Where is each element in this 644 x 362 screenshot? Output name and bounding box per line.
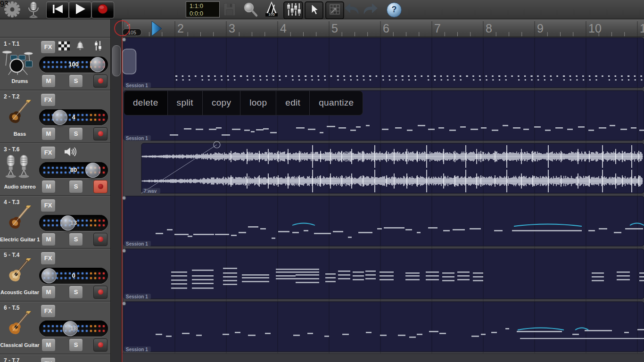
track-solo-button[interactable]: S (69, 338, 83, 352)
track-fx-button[interactable]: FX (41, 304, 56, 318)
instrument-image-bass[interactable] (1, 100, 36, 131)
drum-hit (292, 75, 293, 77)
row-handle-dot[interactable] (122, 302, 126, 305)
track-record-arm-button[interactable] (93, 74, 107, 88)
record-button[interactable] (91, 1, 114, 18)
instrument-image-aguitar[interactable] (1, 258, 36, 289)
context-menu-item-quantize[interactable]: quantize (309, 91, 363, 115)
undo-icon[interactable] (344, 3, 360, 18)
track-solo-button[interactable]: S (69, 286, 83, 299)
track-volume-slider[interactable]: 0 (39, 268, 108, 284)
row-handle-dot[interactable] (122, 196, 126, 200)
clip-resize-handle[interactable] (123, 49, 136, 74)
clip-audio[interactable] (141, 143, 644, 193)
slider-dot (43, 224, 45, 226)
stepseq-icon[interactable] (58, 41, 70, 52)
row-handle-dot[interactable] (122, 38, 126, 41)
skip-to-start-button[interactable] (46, 1, 69, 18)
midi-note (366, 332, 372, 333)
track-volume-slider[interactable]: 100 (39, 57, 108, 73)
context-menu-item-edit[interactable]: edit (276, 91, 309, 115)
midi-note (505, 328, 509, 329)
track-mute-button[interactable]: M (41, 74, 56, 88)
metronome-icon[interactable] (262, 1, 281, 20)
scrollbar-thumb[interactable] (112, 45, 121, 76)
track-solo-button[interactable]: S (69, 74, 83, 88)
track-fx-button[interactable]: FX (41, 41, 56, 54)
slider-dot (73, 119, 75, 121)
redo-icon[interactable] (362, 3, 378, 18)
slider-knob[interactable] (41, 268, 57, 283)
slider-dot (69, 277, 71, 279)
midi-note (492, 130, 498, 131)
clip-notes[interactable] (124, 302, 644, 352)
track-volume-slider[interactable]: 4 (39, 109, 108, 125)
track-mute-button[interactable]: M (41, 286, 56, 299)
instrument-image-cguitar[interactable] (1, 311, 36, 342)
drum-hit (273, 79, 274, 81)
chord-note (639, 272, 644, 274)
track-fx-button[interactable]: FX (41, 93, 56, 107)
track-solo-button[interactable]: S (69, 233, 83, 246)
track-mute-button[interactable]: M (41, 338, 56, 352)
slider-dot (48, 119, 50, 121)
help-button[interactable]: ? (387, 2, 402, 17)
track-fx-button[interactable]: FX (41, 252, 56, 265)
slider-knob[interactable] (52, 110, 67, 125)
instrument-image-eguitar[interactable] (1, 206, 36, 237)
controls-icon[interactable] (93, 40, 103, 53)
drum-hit (441, 79, 442, 81)
time-display-clock: 0:0:0 (190, 10, 219, 17)
track-fx-button[interactable]: FX (41, 357, 56, 362)
track-fx-button[interactable]: FX (41, 199, 56, 212)
bell-icon[interactable] (74, 41, 86, 53)
context-menu-item-split[interactable]: split (167, 91, 202, 115)
track-mute-button[interactable]: M (41, 233, 56, 246)
slider-dot (56, 325, 58, 327)
slider-dot (69, 66, 71, 68)
slider-dot (60, 330, 62, 332)
midi-note (460, 126, 466, 128)
clip-notes[interactable] (124, 196, 644, 246)
track-solo-button[interactable]: S (69, 180, 83, 193)
track-volume-slider[interactable]: 80 (39, 162, 108, 178)
row-handle-dot[interactable] (122, 249, 126, 253)
slider-knob[interactable] (60, 215, 75, 230)
track-volume-slider[interactable]: 13 (39, 215, 108, 231)
track-volume-slider[interactable]: 18 (39, 321, 108, 337)
track-mute-button[interactable]: M (41, 180, 56, 193)
pointer-tool-button[interactable] (305, 1, 323, 19)
zoom-magnifier-icon[interactable] (242, 1, 258, 19)
track-record-arm-button[interactable] (93, 180, 107, 193)
slider-knob[interactable] (90, 57, 105, 72)
skip-to-start-icon (50, 4, 65, 16)
slider-dot (103, 172, 105, 173)
context-menu-item-delete[interactable]: delete (124, 91, 167, 115)
play-button[interactable] (69, 1, 91, 18)
slider-knob[interactable] (63, 321, 78, 336)
settings-gear-icon[interactable] (4, 1, 21, 20)
track-fx-button[interactable]: FX (41, 146, 56, 159)
export-tool-button[interactable] (325, 1, 344, 19)
track-mute-button[interactable]: M (41, 127, 56, 140)
track-solo-button[interactable]: S (69, 127, 83, 140)
mixer-button[interactable] (283, 1, 303, 19)
save-icon[interactable] (223, 2, 237, 19)
track-record-arm-button[interactable] (93, 233, 107, 246)
slider-dot (103, 224, 105, 226)
speaker-icon[interactable] (63, 146, 77, 159)
track-record-arm-button[interactable] (93, 338, 107, 352)
drum-hit (460, 75, 461, 77)
context-menu-item-loop[interactable]: loop (240, 91, 276, 115)
clip-chords[interactable] (124, 249, 644, 299)
drum-hit (434, 75, 436, 77)
instrument-image-mics[interactable] (1, 153, 36, 182)
track-record-arm-button[interactable] (93, 286, 107, 299)
microphone-icon[interactable] (26, 1, 41, 20)
slider-knob[interactable] (85, 163, 100, 178)
instrument-image-drums[interactable] (1, 47, 36, 78)
track-record-arm-button[interactable] (93, 127, 107, 140)
chord-note (192, 275, 214, 277)
context-menu-item-copy[interactable]: copy (202, 91, 240, 115)
drum-hit (363, 75, 364, 77)
